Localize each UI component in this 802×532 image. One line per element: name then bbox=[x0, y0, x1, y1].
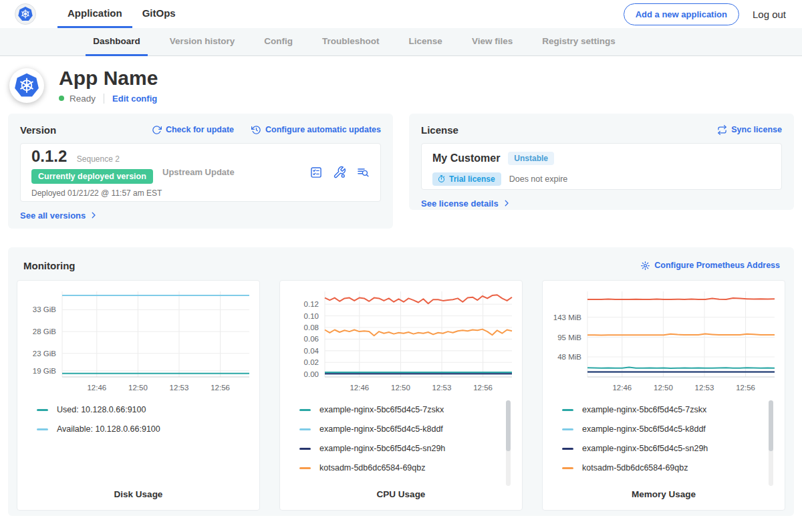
legend-item[interactable]: kotsadm-5db6dc6584-69qbz bbox=[299, 458, 516, 478]
kubernetes-logo[interactable] bbox=[15, 3, 36, 25]
svg-text:12:50: 12:50 bbox=[391, 384, 410, 392]
gear-icon bbox=[640, 261, 650, 271]
cpu-usage-chart-card: 12:4612:5012:5312:560.000.020.040.060.08… bbox=[279, 280, 523, 511]
legend-scrollbar[interactable] bbox=[506, 400, 511, 486]
svg-text:12:56: 12:56 bbox=[736, 384, 755, 392]
legend-label: example-nginx-5bc6f5d4c5-7zskx bbox=[319, 405, 444, 414]
subnav-tab-license[interactable]: License bbox=[402, 28, 450, 56]
app-header-text: App Name Ready Edit config bbox=[59, 68, 158, 104]
sync-license-link[interactable]: Sync license bbox=[717, 125, 782, 135]
edit-config-link[interactable]: Edit config bbox=[112, 94, 157, 104]
legend-scrollbar[interactable] bbox=[769, 400, 773, 486]
top-tab-gitops[interactable]: GitOps bbox=[132, 0, 186, 28]
current-version-panel: 0.1.2 Sequence 2 Currently deployed vers… bbox=[20, 143, 381, 202]
configure-automatic-updates-label: Configure automatic updates bbox=[265, 125, 381, 134]
legend-swatch bbox=[299, 467, 311, 469]
version-sequence: Sequence 2 bbox=[77, 154, 120, 164]
legend-item[interactable]: example-nginx-5bc6f5d4c5-sn29h bbox=[299, 439, 516, 458]
add-application-button[interactable]: Add a new application bbox=[624, 3, 739, 25]
license-card-title: License bbox=[421, 124, 458, 136]
memory-usage-legend: example-nginx-5bc6f5d4c5-7zskxexample-ng… bbox=[562, 400, 779, 489]
svg-text:12:53: 12:53 bbox=[695, 384, 714, 392]
kubernetes-logo-icon bbox=[17, 6, 33, 22]
logout-link[interactable]: Log out bbox=[753, 9, 786, 20]
legend-item[interactable]: example-nginx-5bc6f5d4c5-sn29h bbox=[562, 439, 779, 458]
version-info: 0.1.2 Sequence 2 Currently deployed vers… bbox=[31, 147, 162, 198]
legend-item[interactable]: Used: 10.128.0.66:9100 bbox=[37, 400, 253, 420]
legend-swatch bbox=[299, 448, 311, 450]
see-all-versions-label: See all versions bbox=[20, 211, 86, 221]
schedule-update-icon bbox=[251, 125, 261, 135]
chart-title: CPU Usage bbox=[286, 489, 516, 499]
svg-text:12:53: 12:53 bbox=[170, 384, 189, 392]
file-search-icon[interactable] bbox=[356, 166, 370, 179]
legend-scrollbar-thumb[interactable] bbox=[506, 400, 511, 451]
svg-text:143 MiB: 143 MiB bbox=[553, 313, 582, 321]
disk-usage-legend: Used: 10.128.0.66:9100Available: 10.128.… bbox=[37, 400, 253, 489]
svg-text:48 MiB: 48 MiB bbox=[557, 353, 581, 361]
svg-text:12:46: 12:46 bbox=[612, 384, 632, 392]
svg-text:12:46: 12:46 bbox=[87, 384, 106, 392]
legend-item[interactable]: Available: 10.128.0.66:9100 bbox=[37, 420, 253, 439]
version-number: 0.1.2 bbox=[31, 147, 67, 165]
svg-text:28 GiB: 28 GiB bbox=[33, 327, 56, 336]
subnav-tab-version-history[interactable]: Version history bbox=[162, 28, 243, 56]
legend-swatch bbox=[299, 428, 311, 430]
see-license-details-link[interactable]: See license details bbox=[421, 198, 511, 209]
svg-text:12:50: 12:50 bbox=[128, 384, 148, 392]
configure-prometheus-link[interactable]: Configure Prometheus Address bbox=[640, 261, 780, 271]
legend-label: example-nginx-5bc6f5d4c5-k8ddf bbox=[319, 424, 443, 434]
legend-label: Used: 10.128.0.66:9100 bbox=[57, 405, 146, 414]
kubernetes-app-icon bbox=[13, 72, 40, 99]
legend-swatch bbox=[562, 448, 573, 450]
svg-text:12:56: 12:56 bbox=[473, 384, 493, 392]
legend-swatch bbox=[37, 409, 48, 411]
legend-item[interactable]: example-nginx-5bc6f5d4c5-7zskx bbox=[562, 400, 779, 420]
top-tab-application[interactable]: Application bbox=[57, 0, 132, 28]
legend-label: kotsadm-5db6dc6584-69qbz bbox=[582, 463, 688, 473]
subnav-tab-config[interactable]: Config bbox=[257, 28, 300, 56]
app-subnav: DashboardVersion historyConfigTroublesho… bbox=[0, 28, 802, 56]
legend-item[interactable]: example-nginx-5bc6f5d4c5-k8ddf bbox=[299, 420, 516, 439]
legend-swatch bbox=[37, 428, 48, 430]
sync-license-label: Sync license bbox=[731, 125, 782, 134]
subnav-tab-troubleshoot[interactable]: Troubleshoot bbox=[315, 28, 387, 56]
svg-text:0.08: 0.08 bbox=[304, 323, 319, 331]
monitoring-title: Monitoring bbox=[23, 260, 75, 271]
legend-label: example-nginx-5bc6f5d4c5-k8ddf bbox=[582, 424, 706, 434]
license-type-row: Trial license Does not expire bbox=[432, 172, 771, 186]
subnav-tab-registry-settings[interactable]: Registry settings bbox=[535, 28, 623, 56]
memory-usage-chart-card: 12:4612:5012:5312:5648 MiB95 MiB143 MiB … bbox=[542, 280, 785, 511]
version-card-links: Check for update Configure automatic upd… bbox=[152, 125, 381, 135]
svg-text:12:46: 12:46 bbox=[350, 384, 369, 392]
legend-scrollbar-thumb[interactable] bbox=[769, 400, 773, 451]
trial-license-badge: Trial license bbox=[432, 172, 501, 186]
see-all-versions-link[interactable]: See all versions bbox=[20, 211, 98, 221]
legend-item[interactable]: kotsadm-5db6dc6584-69qbz bbox=[562, 458, 779, 478]
license-card-head: License Sync license bbox=[421, 124, 782, 136]
configure-automatic-updates-link[interactable]: Configure automatic updates bbox=[251, 125, 381, 135]
summary-cards-row: Version Check for update Configure autom… bbox=[8, 114, 794, 229]
version-card-title: Version bbox=[20, 124, 56, 136]
subnav-tab-dashboard[interactable]: Dashboard bbox=[86, 28, 148, 56]
legend-label: kotsadm-5db6dc6584-69qbz bbox=[319, 463, 425, 473]
config-values-icon[interactable] bbox=[333, 166, 346, 179]
legend-label: example-nginx-5bc6f5d4c5-sn29h bbox=[582, 444, 708, 453]
license-panel: My Customer Unstable Trial license Does … bbox=[421, 143, 782, 190]
channel-badge: Unstable bbox=[508, 152, 554, 165]
check-for-update-link[interactable]: Check for update bbox=[152, 125, 234, 135]
version-action-icons bbox=[309, 166, 370, 179]
subnav-tab-view-files[interactable]: View files bbox=[464, 28, 520, 56]
chevron-right-icon bbox=[503, 199, 511, 207]
monitoring-section: Monitoring Configure Prometheus Address … bbox=[8, 247, 794, 516]
legend-item[interactable]: example-nginx-5bc6f5d4c5-k8ddf bbox=[562, 420, 779, 439]
charts-row: 12:4612:5012:5312:5619 GiB23 GiB28 GiB33… bbox=[17, 280, 785, 511]
legend-item[interactable]: example-nginx-5bc6f5d4c5-7zskx bbox=[299, 400, 516, 420]
svg-text:12:50: 12:50 bbox=[654, 384, 673, 392]
deployed-version-badge: Currently deployed version bbox=[31, 169, 153, 184]
sync-icon bbox=[717, 125, 727, 135]
svg-text:23 GiB: 23 GiB bbox=[33, 349, 56, 357]
release-notes-icon[interactable] bbox=[309, 166, 323, 179]
memory-usage-chart: 12:4612:5012:5312:5648 MiB95 MiB143 MiB bbox=[549, 286, 779, 394]
chevron-right-icon bbox=[90, 211, 98, 219]
